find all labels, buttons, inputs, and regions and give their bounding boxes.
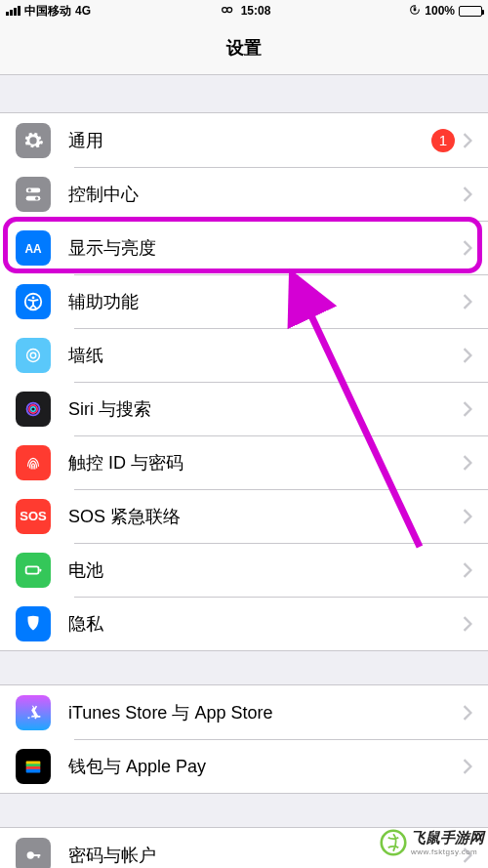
svg-point-9 bbox=[30, 352, 36, 358]
signal-icon bbox=[6, 6, 20, 16]
row-wallet[interactable]: 钱包与 Apple Pay bbox=[0, 739, 488, 793]
row-label: iTunes Store 与 App Store bbox=[68, 701, 463, 724]
svg-rect-19 bbox=[26, 768, 41, 772]
chevron-right-icon bbox=[463, 348, 472, 363]
general-icon bbox=[16, 123, 51, 158]
row-label: Siri 与搜索 bbox=[68, 397, 463, 421]
row-label: 触控 ID 与密码 bbox=[68, 451, 463, 475]
chevron-right-icon bbox=[463, 186, 472, 202]
battery-icon bbox=[16, 553, 51, 588]
section-gap bbox=[0, 794, 488, 827]
wallpaper-icon bbox=[16, 338, 51, 373]
watermark-url: www.fsktgsy.com bbox=[411, 847, 484, 856]
chevron-right-icon bbox=[463, 759, 472, 774]
status-right: 100% bbox=[409, 4, 482, 19]
row-privacy[interactable]: 隐私 bbox=[0, 597, 488, 650]
svg-point-20 bbox=[27, 851, 34, 858]
row-label: 钱包与 Apple Pay bbox=[68, 755, 463, 778]
row-label: 电池 bbox=[68, 558, 463, 582]
nav-bar: 设置 bbox=[0, 21, 488, 75]
touchid-icon bbox=[16, 445, 51, 480]
svg-text:AA: AA bbox=[24, 241, 42, 255]
row-label: SOS 紧急联络 bbox=[68, 505, 463, 528]
chevron-right-icon bbox=[463, 240, 472, 256]
svg-rect-15 bbox=[39, 568, 41, 571]
status-bar: 中国移动 4G 15:08 100% bbox=[0, 0, 488, 21]
settings-group-2: iTunes Store 与 App Store 钱包与 Apple Pay bbox=[0, 684, 488, 794]
row-label: 显示与亮度 bbox=[68, 236, 463, 260]
row-general[interactable]: 通用 1 bbox=[0, 113, 488, 167]
row-battery[interactable]: 电池 bbox=[0, 543, 488, 597]
chevron-right-icon bbox=[463, 294, 472, 310]
svg-rect-22 bbox=[38, 854, 40, 858]
wallet-icon bbox=[16, 749, 51, 784]
watermark-brand: 飞鼠手游网 bbox=[411, 829, 484, 847]
appstore-icon bbox=[16, 695, 51, 730]
row-label: 通用 bbox=[68, 129, 431, 152]
watermark-icon bbox=[380, 829, 407, 856]
chevron-right-icon bbox=[463, 562, 472, 578]
chevron-right-icon bbox=[463, 455, 472, 471]
row-label: 辅助功能 bbox=[68, 290, 463, 313]
accessibility-icon bbox=[16, 284, 51, 319]
svg-point-4 bbox=[28, 188, 31, 191]
battery-pct-label: 100% bbox=[425, 4, 455, 18]
chevron-right-icon bbox=[463, 401, 472, 417]
battery-icon bbox=[459, 6, 482, 17]
row-label: 控制中心 bbox=[68, 183, 463, 206]
section-gap bbox=[0, 651, 488, 684]
row-display-brightness[interactable]: AA 显示与亮度 bbox=[0, 221, 488, 274]
row-label: 墙纸 bbox=[68, 344, 463, 367]
chevron-right-icon bbox=[463, 509, 472, 524]
row-wallpaper[interactable]: 墙纸 bbox=[0, 328, 488, 382]
watermark: 飞鼠手游网 www.fsktgsy.com bbox=[380, 829, 484, 856]
control-center-icon bbox=[16, 177, 51, 212]
badge: 1 bbox=[431, 129, 455, 152]
row-siri[interactable]: Siri 与搜索 bbox=[0, 382, 488, 435]
hotspot-icon bbox=[218, 4, 237, 18]
display-brightness-icon: AA bbox=[16, 230, 51, 266]
svg-point-5 bbox=[35, 196, 38, 199]
page-title: 设置 bbox=[226, 36, 262, 60]
settings-group-1: 通用 1 控制中心 AA 显示与亮度 辅助功能 墙纸 Siri bbox=[0, 112, 488, 651]
status-center: 15:08 bbox=[218, 4, 271, 18]
time-label: 15:08 bbox=[241, 4, 271, 18]
svg-point-8 bbox=[32, 296, 35, 299]
rotation-lock-icon bbox=[409, 4, 421, 19]
key-icon bbox=[16, 838, 51, 869]
svg-rect-1 bbox=[414, 8, 417, 11]
svg-rect-14 bbox=[26, 566, 39, 573]
row-sos[interactable]: SOS SOS 紧急联络 bbox=[0, 489, 488, 543]
chevron-right-icon bbox=[463, 705, 472, 721]
chevron-right-icon bbox=[463, 133, 472, 148]
row-accessibility[interactable]: 辅助功能 bbox=[0, 274, 488, 328]
row-control-center[interactable]: 控制中心 bbox=[0, 167, 488, 221]
sos-icon: SOS bbox=[16, 499, 51, 534]
row-itunes-appstore[interactable]: iTunes Store 与 App Store bbox=[0, 685, 488, 739]
siri-icon bbox=[16, 392, 51, 427]
network-label: 4G bbox=[75, 4, 91, 18]
chevron-right-icon bbox=[463, 616, 472, 632]
row-touchid[interactable]: 触控 ID 与密码 bbox=[0, 435, 488, 489]
section-gap bbox=[0, 75, 488, 112]
status-left: 中国移动 4G bbox=[6, 3, 91, 20]
row-label: 隐私 bbox=[68, 612, 463, 636]
carrier-label: 中国移动 bbox=[24, 3, 71, 20]
privacy-icon bbox=[16, 606, 51, 641]
